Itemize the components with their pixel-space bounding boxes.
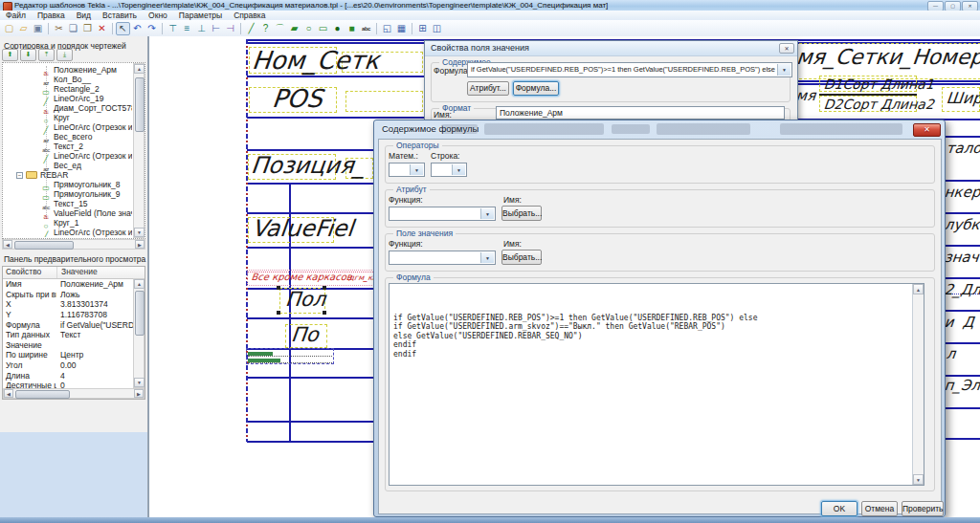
menu-item[interactable]: Правка [32, 11, 71, 20]
property-row[interactable]: Скрыть при вы... Ложь [3, 290, 145, 300]
cad-text[interactable]: и Д [944, 316, 975, 330]
property-row[interactable]: Угол 0.00 [3, 360, 145, 371]
cad-text[interactable]: По [290, 325, 320, 345]
props-horizontal-scrollbar[interactable]: ◀ ▶ [3, 388, 145, 399]
selection-handle[interactable] [277, 286, 280, 290]
attribute-function-combobox[interactable]: ▼ [389, 207, 496, 221]
property-row[interactable]: Имя Положение_Арм [3, 279, 145, 290]
line-icon[interactable]: ╱ [244, 22, 258, 35]
tree-item[interactable]: Вес_ед [3, 161, 132, 170]
column-header-value[interactable]: Значение [57, 267, 145, 278]
cad-text[interactable]: D2Сорт Длина2 [823, 98, 935, 111]
name-field[interactable]: Положение_Арм [496, 106, 785, 120]
value-field-choose-button[interactable]: Выбрать... [501, 250, 542, 265]
formula-scrollbar[interactable]: ▲ ▼ [912, 284, 924, 485]
cad-text[interactable]: мя [795, 89, 816, 103]
circle-icon[interactable]: ○ [301, 22, 316, 35]
property-row[interactable]: Тип данных Текст [3, 330, 145, 340]
property-row[interactable]: По ширине Центр [3, 350, 145, 360]
tree-item[interactable]: ValueField (Поле значен [3, 208, 132, 218]
property-row[interactable]: Y 1.116783708 [3, 310, 145, 320]
formula-textarea[interactable]: if GetValue("USERDEFINED.REB_POS")>=1 th… [389, 283, 924, 486]
dialog-title-bar[interactable]: Свойства поля значения [425, 41, 797, 56]
paste-icon[interactable]: ❐ [80, 22, 95, 35]
redo-icon[interactable]: ↷ [145, 22, 159, 35]
polygon-icon[interactable]: ▰ [287, 22, 301, 35]
tree-item[interactable]: − REBAR [3, 170, 132, 180]
select-icon[interactable]: ↖ [116, 22, 130, 35]
cad-text[interactable]: Ном_Сетк [251, 48, 381, 73]
field-outline[interactable] [345, 91, 423, 112]
menu-item[interactable]: Вид [71, 11, 97, 20]
text-icon[interactable]: abc [359, 22, 373, 35]
tree-item[interactable]: Вес_всего [3, 132, 132, 142]
selection-handle[interactable] [323, 286, 326, 290]
menu-item[interactable]: Окно [143, 11, 173, 20]
tree-item[interactable]: LineOrArc (Отрезок или [3, 151, 132, 161]
align-top-icon[interactable]: ⊤ [166, 22, 180, 35]
close-icon[interactable]: ✕ [779, 43, 794, 54]
ok-button[interactable]: OK [821, 501, 858, 516]
cad-text[interactable]: D1Сорт Длина1 [823, 77, 935, 91]
cad-text[interactable]: л [946, 347, 956, 361]
cad-text[interactable]: Все кроме каркасов [251, 272, 352, 282]
tree-item[interactable]: Текст_15 [3, 199, 132, 208]
cad-text[interactable]: POS [271, 86, 323, 111]
chevron-down-icon[interactable]: ▼ [410, 164, 423, 175]
align-right-icon[interactable]: ⊣ [223, 22, 237, 35]
align-middle-icon[interactable]: ≡ [180, 22, 194, 35]
move-down-button[interactable]: ⬇ [20, 49, 36, 61]
cad-text[interactable]: 2_Дл [944, 283, 980, 297]
arc-icon[interactable]: ⌒ [273, 22, 287, 35]
property-row[interactable]: Формула if GetValue("USERDE... [3, 319, 145, 330]
cad-text[interactable]: мя_Сетки_Номер_поз_о [795, 47, 980, 68]
tree-item[interactable]: Круг [3, 113, 132, 122]
string-operator-combobox[interactable]: ▼ [431, 163, 467, 177]
cad-text[interactable]: лубк [944, 218, 980, 232]
chevron-down-icon[interactable]: ▼ [777, 64, 791, 76]
tree-item[interactable]: Положение_Арм [3, 65, 132, 75]
formula-combobox[interactable]: if GetValue("USERDEFINED.REB_POS")>=1 th… [467, 62, 792, 77]
move-bottom-button[interactable]: ⤓ [56, 49, 73, 61]
menu-item[interactable]: Параметры [173, 11, 228, 20]
cad-text[interactable]: Позиция_ [250, 154, 367, 177]
cad-text[interactable]: Пол [284, 290, 326, 310]
tree-item[interactable]: Круг_1 [3, 218, 132, 228]
cad-text[interactable]: Шир [946, 91, 980, 106]
chevron-down-icon[interactable]: ▼ [480, 208, 494, 219]
chevron-down-icon[interactable]: ▼ [452, 164, 465, 175]
formula-button[interactable]: Формула... [513, 81, 559, 96]
rectangle-icon[interactable]: ▭ [316, 22, 330, 35]
menu-item[interactable]: Вставить [97, 11, 143, 20]
property-row[interactable]: X 3.813301374 [3, 299, 145, 310]
tree-horizontal-scrollbar[interactable]: ◀ ▶ [2, 239, 145, 250]
align-left-icon[interactable]: ⊢ [209, 22, 223, 35]
tree-item[interactable]: Диам_Сорт_ГОСТ5781-8 [3, 103, 132, 113]
property-row[interactable]: Длина 4 [3, 370, 145, 381]
cad-text[interactable]: п_Эл [944, 379, 980, 393]
selection-handle[interactable] [277, 311, 280, 315]
column-header-property[interactable]: Свойство [3, 267, 57, 278]
delete-icon[interactable]: ✕ [95, 22, 109, 35]
tree-vertical-scrollbar[interactable]: ▲ ▼ [133, 63, 145, 238]
move-top-button[interactable]: ⤒ [38, 49, 55, 61]
tree-item[interactable]: Текст_2 [3, 142, 132, 151]
new-icon[interactable]: ▢ [2, 22, 16, 35]
tree-item[interactable]: Прямоугольник_9 [3, 189, 132, 199]
cancel-button[interactable]: Отмена [861, 501, 898, 516]
close-icon[interactable]: ✕ [913, 123, 941, 137]
template-icon[interactable]: ▦ [394, 22, 409, 35]
cad-text[interactable]: ValueFiel [251, 217, 355, 240]
expander-icon[interactable]: − [16, 172, 23, 179]
tree-item[interactable]: Rectangle_2 [3, 84, 132, 94]
open-icon[interactable]: ▱ [16, 22, 31, 35]
value-field-icon[interactable]: ◱ [380, 22, 394, 35]
chevron-down-icon[interactable]: ▼ [480, 252, 494, 263]
check-button[interactable]: Проверить [902, 501, 944, 516]
selection-handle[interactable] [323, 311, 326, 315]
property-row[interactable]: Значение [3, 340, 145, 351]
move-up-button[interactable]: ⬆ [2, 49, 18, 61]
attribute-button[interactable]: Атрибут... [467, 81, 509, 96]
tree-item[interactable]: Прямоугольник_8 [3, 180, 132, 189]
tree-item[interactable]: LineOrArc_19 [3, 94, 132, 103]
